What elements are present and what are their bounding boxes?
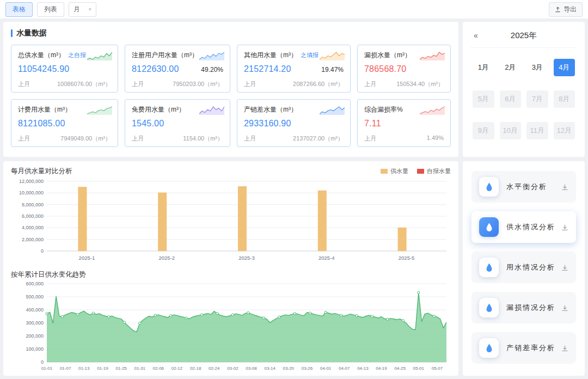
stat-card-prev-row: 上月10086076.00（m³） xyxy=(18,80,111,88)
sparkline xyxy=(320,51,345,60)
svg-text:01-19: 01-19 xyxy=(97,366,108,371)
export-button[interactable]: 导出 xyxy=(549,2,583,17)
svg-text:12,000,000: 12,000,000 xyxy=(19,179,44,184)
water-drop-icon xyxy=(485,182,493,192)
download-icon[interactable] xyxy=(561,264,568,271)
side-column: « 2025年 1月2月3月4月5月6月7月8月9月10月11月12月 水平衡分… xyxy=(463,22,585,376)
analysis-item-3[interactable]: 用水情况分析 xyxy=(471,252,576,283)
main-column: 水量数据 总供水量（m³）之自报11054245.90上月10086076.00… xyxy=(3,22,458,376)
month-select[interactable]: 月 ▾ xyxy=(69,2,96,17)
download-icon[interactable] xyxy=(561,224,568,231)
stat-card-percent: 49.20% xyxy=(201,66,223,74)
stat-card-value-row: 2152714.2019.47% xyxy=(244,64,344,74)
stat-card-value-row: 1545.00 xyxy=(132,119,223,129)
download-icon[interactable] xyxy=(561,345,568,352)
analysis-item-label: 用水情况分析 xyxy=(506,262,561,272)
svg-text:300,000: 300,000 xyxy=(26,320,44,326)
stat-card-percent: 19.47% xyxy=(321,66,344,74)
stat-card-title: 产销差水量（m³） xyxy=(244,105,297,114)
svg-text:01-13: 01-13 xyxy=(78,366,90,371)
legend-label: 自报水量 xyxy=(427,167,451,175)
stat-card: 产销差水量（m³）2933160.90上月2137027.00（m³） xyxy=(237,99,351,147)
chevron-down-icon: ▾ xyxy=(89,7,91,12)
legend-swatch xyxy=(417,169,424,174)
calendar-month-12[interactable]: 12月 xyxy=(554,122,575,139)
svg-text:8,000,000: 8,000,000 xyxy=(22,202,44,207)
sparkline xyxy=(199,51,224,60)
stat-card-value: 11054245.90 xyxy=(18,64,69,74)
stat-card-value: 786568.70 xyxy=(364,64,406,74)
sparkline xyxy=(87,51,112,60)
stat-card-title: 计费用水量（m³） xyxy=(18,105,71,114)
stat-card: 总供水量（m³）之自报11054245.90上月10086076.00（m³） xyxy=(11,45,118,93)
svg-text:04-07: 04-07 xyxy=(339,366,350,371)
calendar-month-9[interactable]: 9月 xyxy=(473,122,494,139)
analysis-item-4[interactable]: 漏损情况分析 xyxy=(471,292,576,323)
month-select-value: 月 xyxy=(74,5,80,14)
analysis-item-1[interactable]: 水平衡分析 xyxy=(471,171,576,203)
calendar-month-4[interactable]: 4月 xyxy=(554,59,575,76)
svg-text:6,000,000: 6,000,000 xyxy=(22,213,44,219)
water-data-panel: 水量数据 总供水量（m³）之自报11054245.90上月10086076.00… xyxy=(3,22,458,157)
calendar-month-10[interactable]: 10月 xyxy=(500,122,522,139)
stat-card-value: 8122630.00 xyxy=(132,64,179,74)
stat-card-prev-value: 7949049.00（m³） xyxy=(60,135,111,143)
content: 水量数据 总供水量（m³）之自报11054245.90上月10086076.00… xyxy=(0,19,588,379)
stat-card-prev-label: 上月 xyxy=(364,80,376,88)
calendar-month-2[interactable]: 2月 xyxy=(500,59,522,76)
stat-card-title: 免费用水量（m³） xyxy=(132,105,185,114)
svg-text:03-20: 03-20 xyxy=(283,366,295,371)
stat-cards-grid: 总供水量（m³）之自报11054245.90上月10086076.00（m³）注… xyxy=(11,45,451,147)
bar-chart-legend: 供水量自报水量 xyxy=(381,167,451,175)
svg-text:04-25: 04-25 xyxy=(394,366,406,371)
stat-card: 漏损水量（m³）786568.70上月150534.40（m³） xyxy=(357,45,451,93)
svg-text:05-07: 05-07 xyxy=(432,366,443,371)
bar-chart-title: 每月供水量对比分析 xyxy=(11,167,72,176)
calendar-month-11[interactable]: 11月 xyxy=(526,122,548,139)
svg-text:2025-2: 2025-2 xyxy=(158,255,175,261)
stat-card-prev-label: 上月 xyxy=(364,135,376,143)
analysis-item-2[interactable]: 供水情况分析 xyxy=(471,211,576,243)
stat-card: 免费用水量（m³）1545.00上月1154.00（m³） xyxy=(125,99,230,147)
calendar-month-1[interactable]: 1月 xyxy=(473,59,494,76)
stat-card-title: 总供水量（m³） xyxy=(18,51,65,60)
stat-card-tag: 之自报 xyxy=(68,51,86,59)
water-drop-icon-tile xyxy=(479,217,499,237)
calendar-prev-button[interactable]: « xyxy=(474,31,478,40)
calendar-month-7[interactable]: 7月 xyxy=(526,90,548,108)
calendar-month-6[interactable]: 6月 xyxy=(500,90,522,108)
legend-item[interactable]: 自报水量 xyxy=(417,167,451,175)
stat-card-value-row: 7.11 xyxy=(364,119,444,129)
stat-card-value-row: 8121085.00 xyxy=(18,119,111,129)
calendar-month-grid: 1月2月3月4月5月6月7月8月9月10月11月12月 xyxy=(470,48,577,139)
svg-text:01-31: 01-31 xyxy=(134,366,145,371)
svg-text:0: 0 xyxy=(41,359,44,365)
calendar-month-5[interactable]: 5月 xyxy=(473,90,494,108)
calendar-month-3[interactable]: 3月 xyxy=(526,59,548,76)
view-tabs: 表格列表 xyxy=(5,2,64,17)
svg-text:01-07: 01-07 xyxy=(60,366,71,371)
topbar: 表格列表 月 ▾ 导出 xyxy=(0,0,588,19)
stat-card-prev-row: 上月150534.40（m³） xyxy=(364,80,444,88)
stat-card-prev-row: 上月2137027.00（m³） xyxy=(244,135,344,143)
stat-card-prev-row: 上月2087266.60（m³） xyxy=(244,80,344,88)
stat-card: 计费用水量（m³）8121085.00上月7949049.00（m³） xyxy=(11,99,118,147)
stat-card-prev-row: 上月1.49% xyxy=(364,135,444,143)
stat-card-prev-label: 上月 xyxy=(244,135,256,143)
analysis-item-5[interactable]: 产销差率分析 xyxy=(471,332,576,364)
stat-card-prev-value: 1.49% xyxy=(427,135,444,143)
download-icon[interactable] xyxy=(561,184,568,191)
stat-card-value: 2933160.90 xyxy=(244,119,291,129)
tab-table[interactable]: 表格 xyxy=(5,2,33,17)
tab-list[interactable]: 列表 xyxy=(37,2,64,17)
page-title-text: 水量数据 xyxy=(16,28,47,38)
download-icon[interactable] xyxy=(561,304,568,311)
legend-item[interactable]: 供水量 xyxy=(381,167,408,175)
water-drop-icon-tile xyxy=(479,258,499,277)
svg-text:0: 0 xyxy=(41,248,44,254)
svg-text:02-12: 02-12 xyxy=(171,366,183,371)
calendar-month-8[interactable]: 8月 xyxy=(554,90,575,108)
stat-card-prev-label: 上月 xyxy=(18,135,30,143)
stat-card-value: 7.11 xyxy=(364,119,381,129)
calendar-header: « 2025年 xyxy=(470,30,577,48)
